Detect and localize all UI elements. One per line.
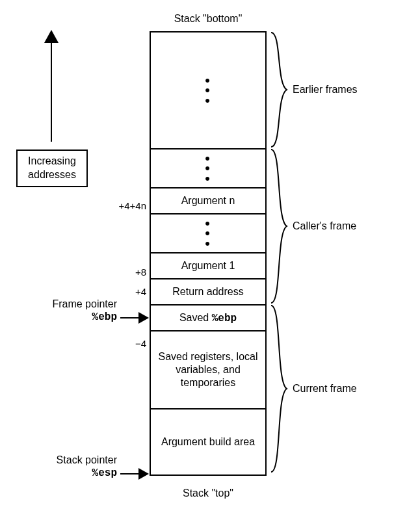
label-earlier-frames: Earlier frames bbox=[293, 83, 403, 96]
stack-bottom-label: Stack "bottom" bbox=[150, 13, 267, 25]
cell-text: Argument n bbox=[181, 194, 235, 207]
offset-plus4plus4n: +4+4n bbox=[104, 200, 146, 211]
arrow-right-icon bbox=[120, 473, 148, 474]
cell-text: Return address bbox=[172, 285, 243, 298]
cell-text: Saved registers, local variables, and te… bbox=[155, 350, 261, 389]
increasing-addresses-box: Increasing addresses bbox=[16, 150, 88, 187]
stack-diagram: Stack "bottom" Increasing addresses ••• … bbox=[0, 13, 420, 507]
cell-text: Argument build area bbox=[161, 436, 255, 448]
cell-saved-regs: Saved registers, local variables, and te… bbox=[151, 332, 265, 410]
frame-pointer-label: Frame pointer %ebp bbox=[20, 298, 117, 324]
arrow-right-icon bbox=[120, 317, 148, 318]
cell-return-address: Return address bbox=[151, 280, 265, 306]
increasing-line2: addresses bbox=[28, 169, 76, 180]
cell-text: Saved %ebp bbox=[179, 311, 237, 325]
stack-pointer-label: Stack pointer %esp bbox=[20, 454, 117, 480]
brace-icon bbox=[270, 304, 288, 473]
offset-plus4: +4 bbox=[104, 286, 146, 297]
label-current-frame: Current frame bbox=[293, 382, 403, 395]
cell-argument-n: Argument n bbox=[151, 188, 265, 214]
brace-icon bbox=[270, 148, 288, 304]
cell-text: Argument 1 bbox=[181, 259, 235, 272]
vertical-dots-icon: ••• bbox=[205, 218, 211, 248]
cell-argument-1: Argument 1 bbox=[151, 254, 265, 280]
vertical-dots-icon: ••• bbox=[205, 75, 211, 105]
cell-caller-top-dots: ••• bbox=[151, 150, 265, 188]
offset-minus4: −4 bbox=[104, 338, 146, 349]
cell-saved-ebp: Saved %ebp bbox=[151, 306, 265, 332]
label-callers-frame: Caller's frame bbox=[293, 220, 403, 233]
stack-top-label: Stack "top" bbox=[150, 488, 267, 499]
arrow-up-icon bbox=[51, 31, 52, 142]
cell-earlier-dots: ••• bbox=[151, 32, 265, 150]
offset-plus8: +8 bbox=[104, 266, 146, 278]
vertical-dots-icon: ••• bbox=[205, 153, 211, 183]
stack-column: ••• ••• Argument n ••• Argument 1 Return… bbox=[150, 31, 267, 476]
cell-arg-build: Argument build area bbox=[151, 410, 265, 474]
brace-icon bbox=[270, 31, 288, 148]
increasing-line1: Increasing bbox=[28, 155, 76, 166]
cell-args-mid-dots: ••• bbox=[151, 214, 265, 254]
